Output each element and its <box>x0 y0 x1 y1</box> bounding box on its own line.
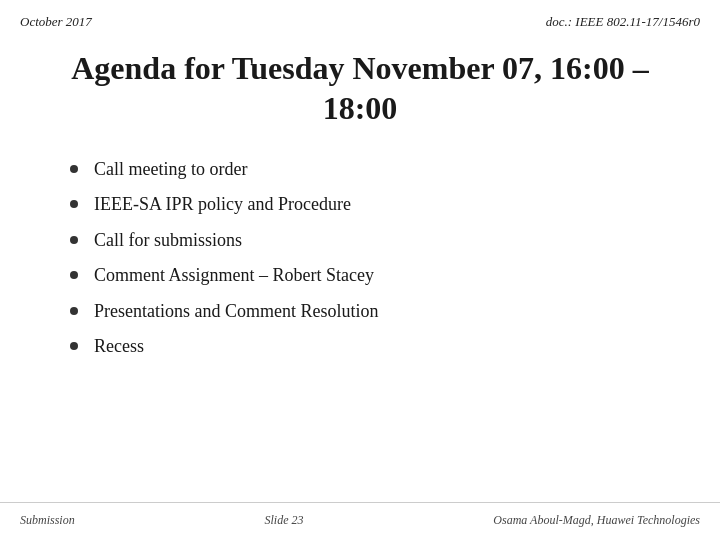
list-item-text: Presentations and Comment Resolution <box>94 300 378 323</box>
bullet-icon <box>70 236 78 244</box>
main-title: Agenda for Tuesday November 07, 16:00 – … <box>40 48 680 128</box>
list-item-text: IEEE-SA IPR policy and Procedure <box>94 193 351 216</box>
list-item-text: Comment Assignment – Robert Stacey <box>94 264 374 287</box>
bullet-icon <box>70 307 78 315</box>
list-item: Comment Assignment – Robert Stacey <box>70 264 660 287</box>
header-doc: doc.: IEEE 802.11-17/1546r0 <box>546 14 700 30</box>
bullet-icon <box>70 165 78 173</box>
header-date: October 2017 <box>20 14 92 30</box>
slide: October 2017 doc.: IEEE 802.11-17/1546r0… <box>0 0 720 540</box>
footer-submission: Submission <box>20 513 75 528</box>
footer-slide-number: Slide 23 <box>265 513 304 528</box>
list-item: Recess <box>70 335 660 358</box>
list-item: Call for submissions <box>70 229 660 252</box>
slide-header: October 2017 doc.: IEEE 802.11-17/1546r0 <box>0 0 720 38</box>
slide-footer: Submission Slide 23 Osama Aboul-Magd, Hu… <box>0 502 720 540</box>
content-section: Call meeting to orderIEEE-SA IPR policy … <box>0 158 720 390</box>
bullet-icon <box>70 342 78 350</box>
list-item: Presentations and Comment Resolution <box>70 300 660 323</box>
bullet-icon <box>70 200 78 208</box>
list-item: Call meeting to order <box>70 158 660 181</box>
bullet-icon <box>70 271 78 279</box>
list-item-text: Recess <box>94 335 144 358</box>
footer-author: Osama Aboul-Magd, Huawei Technologies <box>493 513 700 528</box>
title-section: Agenda for Tuesday November 07, 16:00 – … <box>0 38 720 158</box>
agenda-list: Call meeting to orderIEEE-SA IPR policy … <box>70 158 660 358</box>
list-item-text: Call for submissions <box>94 229 242 252</box>
list-item: IEEE-SA IPR policy and Procedure <box>70 193 660 216</box>
list-item-text: Call meeting to order <box>94 158 247 181</box>
